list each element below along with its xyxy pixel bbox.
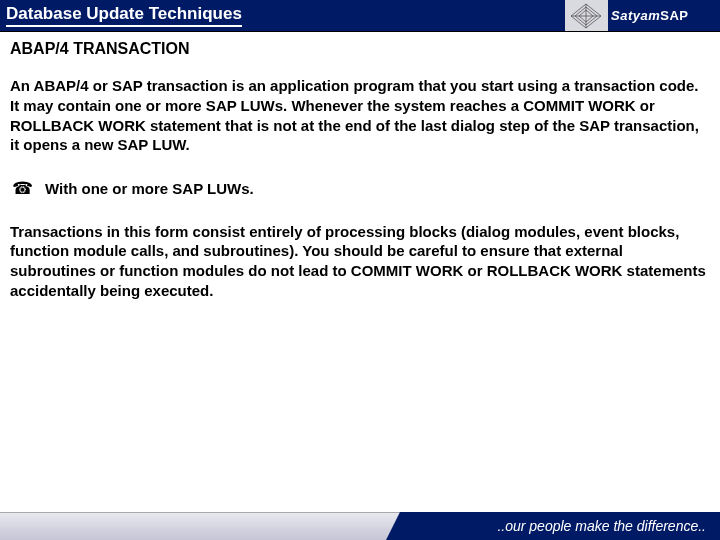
svg-line-3 xyxy=(571,16,586,28)
svg-line-8 xyxy=(579,10,586,16)
svg-line-11 xyxy=(579,16,586,22)
brand-text: SatyamSAP xyxy=(611,8,688,23)
header-bar: Database Update Techniques SatyamSAP xyxy=(0,0,720,32)
phone-icon: ☎ xyxy=(12,179,33,199)
subtitle: ABAP/4 TRANSACTION xyxy=(10,40,710,58)
brand-suffix: SAP xyxy=(660,8,688,23)
content-area: ABAP/4 TRANSACTION An ABAP/4 or SAP tran… xyxy=(0,32,720,301)
svg-line-0 xyxy=(571,4,586,16)
svg-line-1 xyxy=(586,4,601,16)
paragraph-2: Transactions in this form consist entire… xyxy=(10,222,710,301)
page-title: Database Update Techniques xyxy=(0,0,565,31)
bullet-text: With one or more SAP LUWs. xyxy=(45,179,254,199)
svg-line-10 xyxy=(586,16,593,22)
footer-tagline-text: ..our people make the difference.. xyxy=(497,518,706,534)
footer-left xyxy=(0,512,400,540)
paragraph-1: An ABAP/4 or SAP transaction is an appli… xyxy=(10,76,710,155)
footer-tagline: ..our people make the difference.. xyxy=(400,512,720,540)
svg-line-9 xyxy=(586,10,593,16)
brand-logo-area: SatyamSAP xyxy=(565,0,720,31)
page-title-text: Database Update Techniques xyxy=(6,4,242,27)
footer-bar: ..our people make the difference.. xyxy=(0,512,720,540)
brand-name: Satyam xyxy=(611,8,660,23)
bullet-row: ☎ With one or more SAP LUWs. xyxy=(10,179,710,199)
svg-line-2 xyxy=(586,16,601,28)
satyam-diamond-icon xyxy=(569,2,603,30)
